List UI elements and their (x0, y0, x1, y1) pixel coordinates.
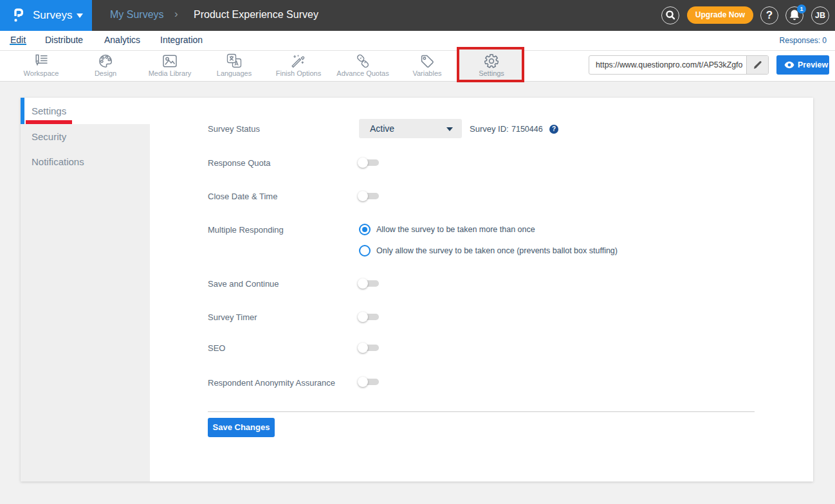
svg-text:?: ? (552, 125, 556, 132)
